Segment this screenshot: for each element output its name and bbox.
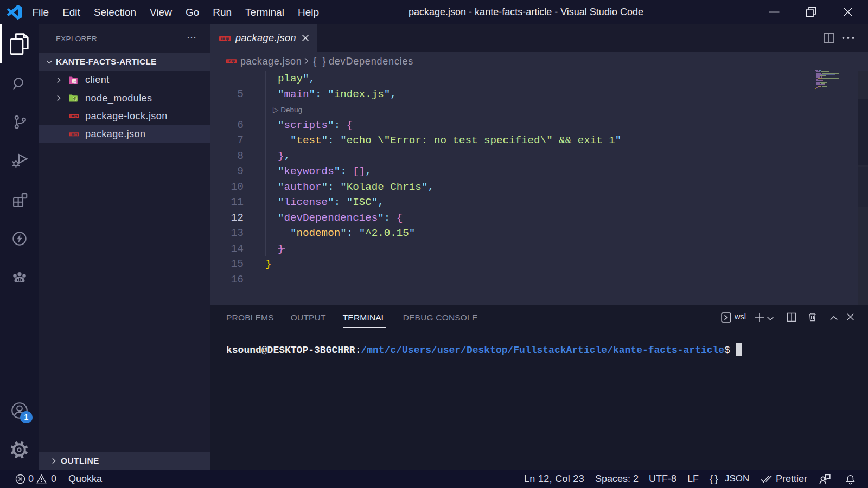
- svg-text:JS: JS: [73, 97, 76, 100]
